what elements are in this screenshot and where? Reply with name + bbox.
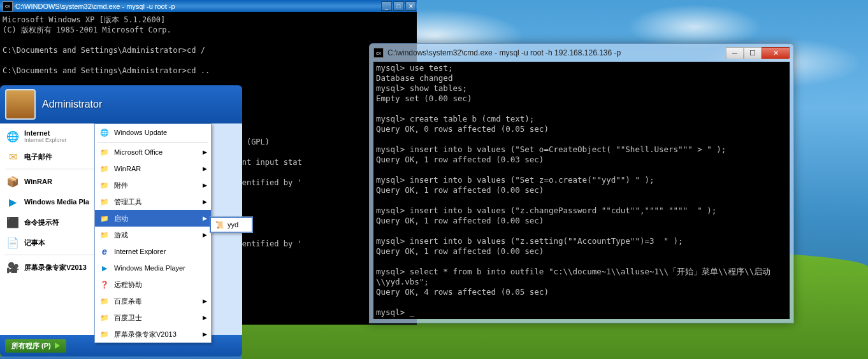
close-button[interactable]: ✕ <box>405 1 416 11</box>
submenu-item-Windows Update[interactable]: 🌐Windows Update <box>95 124 211 141</box>
start-item-label: Windows Media Pla <box>24 198 89 206</box>
user-name: Administrator <box>42 99 102 110</box>
submenu-item-label: 百度卫士 <box>114 313 142 323</box>
folder-icon: 📁 <box>99 196 110 208</box>
start-item-label: 命令提示符 <box>24 218 59 227</box>
submenu-item-label: 远程协助 <box>114 280 142 290</box>
app-icon: 📄 <box>5 235 20 250</box>
submenu-item-游戏[interactable]: 📁游戏▶ <box>95 227 211 243</box>
script-icon: 📜 <box>215 220 225 230</box>
start-item-sublabel: Internet Explorer <box>24 137 67 143</box>
start-header: Administrator <box>0 85 242 123</box>
app-icon: ✉ <box>5 149 20 164</box>
cmd-icon: cx <box>373 48 384 58</box>
user-avatar <box>5 89 36 120</box>
win7-cmd-output: mysql> use test; Database changed mysql>… <box>373 62 790 319</box>
chevron-right-icon: ▶ <box>203 314 207 321</box>
start-logoff-bar: 🔑 注销 (L) ⏻ 关闭计算机 (U) <box>0 356 242 359</box>
all-programs-label: 所有程序 (P) <box>11 341 51 351</box>
submenu-item-label: 管理工具 <box>114 197 142 207</box>
submenu-item-label: WinRAR <box>114 165 141 172</box>
chevron-right-icon: ▶ <box>203 149 207 155</box>
maximize-button[interactable]: □ <box>393 1 404 11</box>
maximize-button[interactable]: ☐ <box>744 47 762 59</box>
chevron-right-icon: ▶ <box>203 331 207 337</box>
app-icon: ⬛ <box>5 215 20 230</box>
chevron-right-icon: ▶ <box>203 215 207 222</box>
start-item-label: Internet <box>24 129 67 137</box>
start-item-label: 电子邮件 <box>24 152 52 162</box>
app-icon: 🌐 <box>5 129 20 144</box>
submenu-item-管理工具[interactable]: 📁管理工具▶ <box>95 194 211 210</box>
submenu-item-label: Internet Explorer <box>114 248 166 255</box>
win7-cmd-window: cx C:\windows\system32\cmd.exe - mysql -… <box>369 43 794 323</box>
submenu-item-label: 附件 <box>114 181 128 190</box>
cmd-icon: cx <box>3 1 13 11</box>
folder-icon: 📁 <box>99 328 110 340</box>
chevron-right-icon <box>55 342 60 349</box>
startup-item-label: yyd <box>228 221 238 229</box>
folder-icon: 📁 <box>99 163 110 174</box>
win7-titlebar[interactable]: cx C:\windows\system32\cmd.exe - mysql -… <box>370 44 793 62</box>
xp-title-text: C:\WINDOWS\system32\cmd.exe - mysql -u r… <box>15 3 380 10</box>
folder-icon: 📁 <box>99 229 110 241</box>
submenu-item-label: Windows Update <box>114 129 167 136</box>
chevron-right-icon: ▶ <box>203 232 207 238</box>
submenu-item-Windows Media Player[interactable]: ▶Windows Media Player <box>95 260 211 276</box>
all-programs-button[interactable]: 所有程序 (P) <box>5 339 66 353</box>
submenu-item-启动[interactable]: 📁启动▶ <box>95 210 211 227</box>
start-item-label: 记事本 <box>24 238 45 248</box>
submenu-item-百度杀毒[interactable]: 📁百度杀毒▶ <box>95 293 211 309</box>
submenu-item-WinRAR[interactable]: 📁WinRAR▶ <box>95 160 211 177</box>
app-icon: ▶ <box>99 262 110 274</box>
submenu-item-附件[interactable]: 📁附件▶ <box>95 177 211 194</box>
app-icon: 🎥 <box>5 260 20 275</box>
submenu-item-远程协助[interactable]: ❓远程协助 <box>95 276 211 293</box>
minimize-button[interactable]: ─ <box>726 47 744 59</box>
app-icon: 📦 <box>5 174 20 189</box>
app-icon: ▶ <box>5 194 20 209</box>
xp-titlebar[interactable]: cx C:\WINDOWS\system32\cmd.exe - mysql -… <box>0 0 417 12</box>
folder-icon: 📁 <box>99 179 110 191</box>
submenu-item-label: Windows Media Player <box>114 264 185 272</box>
startup-submenu: 📜yyd <box>210 216 253 233</box>
submenu-item-屏幕录像专家V2013[interactable]: 📁屏幕录像专家V2013▶ <box>95 326 211 342</box>
close-button[interactable]: ✕ <box>762 47 790 59</box>
submenu-item-label: 游戏 <box>114 230 128 240</box>
submenu-item-label: 百度杀毒 <box>114 297 142 306</box>
submenu-item-label: 启动 <box>114 214 128 223</box>
folder-icon: 📁 <box>99 312 110 323</box>
chevron-right-icon: ▶ <box>203 199 207 205</box>
chevron-right-icon: ▶ <box>203 182 207 188</box>
submenu-item-label: Microsoft Office <box>114 148 163 156</box>
minimize-button[interactable]: _ <box>381 1 392 11</box>
folder-icon: 📁 <box>99 213 110 224</box>
folder-icon: 📁 <box>99 295 110 307</box>
chevron-right-icon: ▶ <box>203 298 207 304</box>
start-item-label: 屏幕录像专家V2013 <box>24 263 87 272</box>
separator <box>98 142 208 143</box>
app-icon: ❓ <box>99 279 110 290</box>
app-icon: 🌐 <box>99 127 110 138</box>
submenu-item-Internet Explorer[interactable]: eInternet Explorer <box>95 243 211 260</box>
app-icon: e <box>99 246 110 257</box>
folder-icon: 📁 <box>99 146 110 158</box>
submenu-item-Microsoft Office[interactable]: 📁Microsoft Office▶ <box>95 144 211 160</box>
win7-title-text: C:\windows\system32\cmd.exe - mysql -u r… <box>387 48 726 57</box>
programs-submenu: 🌐Windows Update📁Microsoft Office▶📁WinRAR… <box>94 123 212 343</box>
submenu-item-百度卫士[interactable]: 📁百度卫士▶ <box>95 309 211 326</box>
start-item-label: WinRAR <box>24 178 52 185</box>
chevron-right-icon: ▶ <box>203 165 207 172</box>
startup-item-yyd[interactable]: 📜yyd <box>210 217 252 232</box>
submenu-item-label: 屏幕录像专家V2013 <box>114 330 177 339</box>
